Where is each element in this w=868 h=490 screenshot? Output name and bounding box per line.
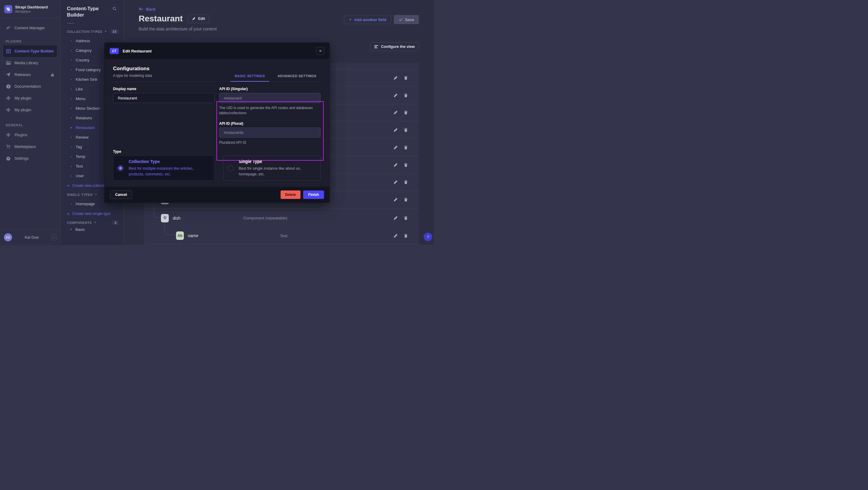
configurations-title: Configurations	[113, 66, 152, 72]
strapi-app: Strapi Dashboard Workplace Content Manag…	[0, 0, 434, 245]
radio-selected-icon[interactable]	[118, 165, 124, 171]
display-name-label: Display name	[113, 87, 215, 91]
api-id-singular-input[interactable]: restaurant	[219, 93, 321, 103]
modal-footer: Cancel Delete Finish	[104, 186, 330, 203]
modal-header: CT Edit Restaurant ✕	[104, 42, 330, 60]
api-id-singular-label: API ID (Singular)	[219, 87, 321, 91]
type-label: Type	[113, 150, 321, 154]
close-icon[interactable]: ✕	[316, 47, 324, 55]
settings-tabs: BASIC SETTINGS ADVANCED SETTINGS	[230, 74, 321, 81]
modal-title: Edit Restaurant	[123, 49, 152, 53]
finish-button[interactable]: Finish	[303, 190, 324, 199]
api-id-plural-input[interactable]: restaurants	[219, 127, 321, 138]
single-type-card[interactable]: Single Type Best for single instance lik…	[223, 155, 321, 181]
radio-unselected-icon[interactable]	[227, 165, 234, 171]
api-id-plural-label: API ID (Plural)	[219, 121, 321, 126]
tab-advanced-settings[interactable]: ADVANCED SETTINGS	[273, 74, 321, 82]
edit-restaurant-modal: CT Edit Restaurant ✕ Configurations A ty…	[104, 42, 330, 203]
api-id-singular-hint: The UID is used to generate the API rout…	[219, 105, 318, 116]
content-type-badge: CT	[110, 48, 119, 54]
tab-basic-settings[interactable]: BASIC SETTINGS	[230, 74, 269, 82]
api-id-plural-hint: Pluralized API ID	[219, 140, 318, 145]
cancel-button[interactable]: Cancel	[110, 190, 132, 199]
collection-type-card[interactable]: Collection Type Best for multiple instan…	[113, 155, 215, 181]
display-name-input[interactable]: Restaurant	[113, 93, 215, 103]
delete-button[interactable]: Delete	[281, 190, 301, 199]
modal-body: Configurations A type for modeling data …	[104, 60, 330, 181]
configurations-subtitle: A type for modeling data	[113, 73, 152, 78]
